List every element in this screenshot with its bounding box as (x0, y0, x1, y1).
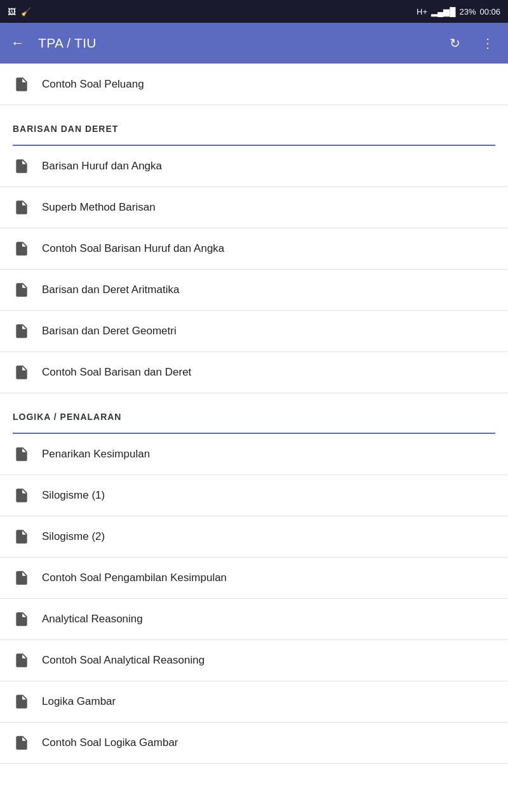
document-icon (13, 445, 30, 463)
document-icon (13, 75, 30, 93)
list-item[interactable]: Contoh Soal Barisan dan Deret (0, 352, 508, 393)
item-label: Logika Gambar (42, 695, 116, 708)
list-item[interactable]: Barisan Huruf dan Angka (0, 146, 508, 187)
item-label: Barisan dan Deret Aritmatika (42, 284, 179, 296)
list-item[interactable]: Contoh Soal Barisan Huruf dan Angka (0, 228, 508, 270)
list-item[interactable]: Logika Gambar (0, 681, 508, 723)
content-area: Contoh Soal Peluang BARISAN DAN DERET Ba… (0, 63, 508, 812)
section-header-barisan: BARISAN DAN DERET (0, 105, 508, 140)
item-label: Silogisme (1) (42, 489, 105, 502)
item-label: Barisan dan Deret Geometri (42, 325, 177, 337)
list-item[interactable]: Penarikan Kesimpulan (0, 434, 508, 475)
page-title: TPA / TIU (38, 36, 434, 51)
item-label: Contoh Soal Logika Gambar (42, 737, 178, 749)
document-icon (13, 240, 30, 258)
section-title-logika: LOGIKA / PENALARAN (13, 412, 121, 422)
list-item[interactable]: Contoh Soal Pengambilan Kesimpulan (0, 558, 508, 599)
clean-icon: 🧹 (21, 7, 31, 16)
list-item[interactable]: Silogisme (1) (0, 475, 508, 516)
document-icon (13, 734, 30, 752)
section-title-barisan: BARISAN DAN DERET (13, 124, 118, 134)
battery-level: 23% (459, 7, 476, 16)
photo-icon: 🖼 (8, 7, 16, 16)
list-item[interactable]: Contoh Soal Analytical Reasoning (0, 640, 508, 681)
time-display: 00:06 (479, 7, 500, 16)
document-icon (13, 569, 30, 587)
item-label: Contoh Soal Peluang (42, 78, 144, 91)
section-header-logika: LOGIKA / PENALARAN (0, 393, 508, 428)
more-options-button[interactable]: ⋮ (472, 28, 503, 58)
item-label: Contoh Soal Barisan dan Deret (42, 366, 191, 379)
document-icon (13, 610, 30, 628)
status-bar: 🖼 🧹 H+ ▂▄▆█ 23% 00:06 (0, 0, 508, 23)
item-label: Silogisme (2) (42, 530, 105, 543)
back-button[interactable]: ← (3, 28, 33, 58)
more-icon: ⋮ (481, 36, 494, 51)
document-icon (13, 199, 30, 216)
item-label: Contoh Soal Analytical Reasoning (42, 654, 204, 667)
status-bar-left: 🖼 🧹 (8, 7, 31, 16)
document-icon (13, 363, 30, 381)
document-icon (13, 693, 30, 710)
document-icon (13, 528, 30, 546)
item-label: Barisan Huruf dan Angka (42, 160, 162, 173)
signal-bars: ▂▄▆█ (431, 7, 455, 16)
app-bar-actions: ↻ ⋮ (439, 28, 503, 58)
item-label: Contoh Soal Pengambilan Kesimpulan (42, 572, 227, 584)
document-icon (13, 652, 30, 669)
signal-type: H+ (417, 7, 427, 16)
item-label: Contoh Soal Barisan Huruf dan Angka (42, 242, 224, 255)
list-item[interactable]: Silogisme (2) (0, 516, 508, 558)
status-bar-right: H+ ▂▄▆█ 23% 00:06 (417, 7, 500, 16)
list-item[interactable]: Contoh Soal Peluang (0, 63, 508, 105)
item-label: Superb Method Barisan (42, 201, 156, 214)
refresh-icon: ↻ (450, 36, 460, 51)
back-arrow-icon: ← (11, 35, 25, 51)
document-icon (13, 281, 30, 299)
list-item[interactable]: Barisan dan Deret Geometri (0, 311, 508, 352)
refresh-button[interactable]: ↻ (439, 28, 470, 58)
item-label: Analytical Reasoning (42, 613, 143, 625)
document-icon (13, 487, 30, 504)
document-icon (13, 322, 30, 340)
list-item[interactable]: Superb Method Barisan (0, 187, 508, 228)
app-bar: ← TPA / TIU ↻ ⋮ (0, 23, 508, 63)
list-item[interactable]: Barisan dan Deret Aritmatika (0, 270, 508, 311)
list-item[interactable]: Analytical Reasoning (0, 599, 508, 640)
list-item[interactable]: Contoh Soal Logika Gambar (0, 723, 508, 764)
document-icon (13, 157, 30, 175)
item-label: Penarikan Kesimpulan (42, 448, 150, 461)
